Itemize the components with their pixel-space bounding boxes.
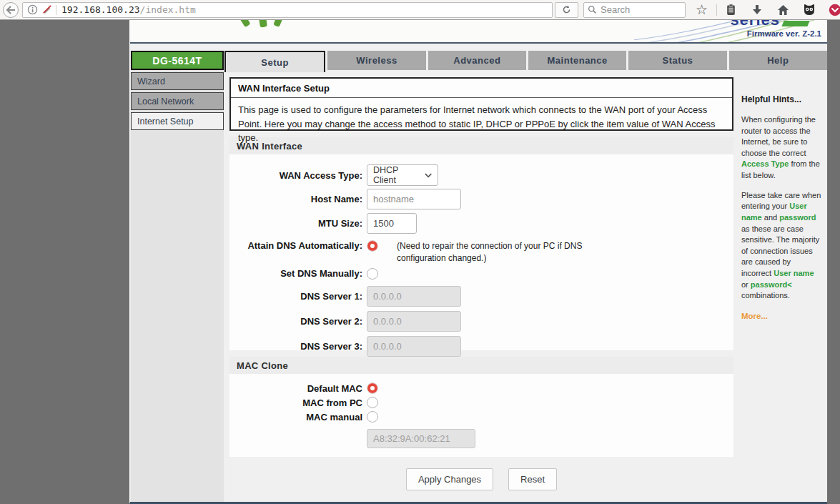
mac-from-pc-radio[interactable] xyxy=(367,397,378,408)
series-logo-text: series xyxy=(730,20,780,29)
bookmarks-list-button[interactable] xyxy=(725,4,737,16)
form-actions: Apply Changes Reset xyxy=(229,468,733,490)
helpful-hints-panel: Helpful Hints... When configuring the ro… xyxy=(737,70,824,322)
browser-toolbar: 192.168.100.23/index.htm ☆ xyxy=(0,0,840,20)
firmware-version: Firmware ver. Z-2.1 xyxy=(747,29,821,38)
default-mac-radio[interactable] xyxy=(367,382,378,394)
site-info-icon xyxy=(27,4,38,15)
access-type-term: Access Type xyxy=(741,159,789,168)
url-path: /index.htm xyxy=(140,4,196,15)
dns-server3-label: DNS Server 3: xyxy=(229,341,367,352)
dns-server1-label: DNS Server 1: xyxy=(229,291,367,302)
attain-dns-radio[interactable] xyxy=(367,240,378,252)
url-bar[interactable]: 192.168.100.23/index.htm xyxy=(22,2,553,18)
chevron-down-icon xyxy=(425,173,432,178)
mac-manual-input[interactable] xyxy=(367,429,475,448)
wan-interface-form: WAN Access Type: DHCP Client Host Name: … xyxy=(229,154,733,350)
toolbar-divider xyxy=(716,4,717,16)
wan-access-type-value: DHCP Client xyxy=(373,165,420,185)
reset-button[interactable]: Reset xyxy=(508,468,557,490)
series-logo-block xyxy=(781,21,809,26)
dns-server2-label: DNS Server 2: xyxy=(229,316,367,327)
download-arrow-icon xyxy=(751,4,763,16)
brand-logo-fragment-icon xyxy=(234,20,290,36)
clipboard-icon xyxy=(725,4,737,16)
bookmark-star-button[interactable]: ☆ xyxy=(696,3,708,16)
back-button[interactable] xyxy=(3,2,19,18)
tab-advanced[interactable]: Advanced xyxy=(428,51,526,70)
hints-paragraph-1: When configuring the router to access th… xyxy=(741,114,821,182)
home-icon xyxy=(777,4,789,16)
dns-server3-input[interactable] xyxy=(367,336,461,357)
host-name-input[interactable] xyxy=(367,189,461,209)
sidebar-item-internet-setup[interactable]: Internet Setup xyxy=(131,112,224,130)
owl-extension-button[interactable] xyxy=(803,4,816,16)
set-dns-radio[interactable] xyxy=(367,268,378,280)
more-link[interactable]: More... xyxy=(741,310,821,322)
default-mac-label: Default MAC xyxy=(229,383,367,394)
search-input[interactable] xyxy=(601,4,672,15)
dns-server2-input[interactable] xyxy=(367,311,461,332)
sidebar-item-wizard[interactable]: Wizard xyxy=(131,72,224,90)
user-name-term-2: User name xyxy=(774,269,814,277)
mtu-size-input[interactable] xyxy=(367,213,417,234)
sidebar-item-local-network[interactable]: Local Network xyxy=(131,92,224,110)
page-title: WAN Interface Setup xyxy=(231,79,732,98)
nav-tabs: Setup Wireless Advanced Maintenance Stat… xyxy=(224,51,827,70)
mac-manual-label: MAC manual xyxy=(229,412,367,423)
urlbar-divider xyxy=(56,5,56,15)
tab-wireless[interactable]: Wireless xyxy=(327,51,425,70)
pocket-extension-button[interactable] xyxy=(829,4,840,16)
host-name-label: Host Name: xyxy=(229,194,367,204)
mtu-size-label: MTU Size: xyxy=(229,218,367,229)
star-icon: ☆ xyxy=(696,3,708,16)
main-content: WAN Interface Setup This page is used to… xyxy=(229,77,733,490)
router-admin-page: series Firmware ver. Z-2.1 Setup Wireles… xyxy=(129,20,827,504)
wan-access-type-select[interactable]: DHCP Client xyxy=(367,164,438,186)
blocked-content-icon xyxy=(42,4,53,15)
mac-manual-radio[interactable] xyxy=(367,411,378,423)
device-model-button[interactable]: DG-5614T xyxy=(131,51,224,70)
hints-title: Helpful Hints... xyxy=(741,94,821,106)
hints-paragraph-2: Please take care when entering your User… xyxy=(741,190,821,302)
owl-icon xyxy=(803,4,816,16)
attain-dns-label: Attain DNS Automatically: xyxy=(229,240,367,251)
apply-changes-button[interactable]: Apply Changes xyxy=(406,468,493,490)
back-arrow-icon xyxy=(6,6,16,14)
set-dns-label: Set DNS Manually: xyxy=(229,268,367,279)
dns-note: (Need to repair the connection of your P… xyxy=(397,240,583,265)
wan-intro-box: WAN Interface Setup This page is used to… xyxy=(229,77,733,131)
tab-setup[interactable]: Setup xyxy=(224,51,325,72)
downloads-button[interactable] xyxy=(751,4,763,16)
home-button[interactable] xyxy=(777,4,789,16)
mac-from-pc-label: MAC from PC xyxy=(229,397,367,408)
mac-clone-form: Default MAC MAC from PC MAC manual xyxy=(229,374,733,457)
sidebar: DG-5614T Wizard Local Network Internet S… xyxy=(131,51,224,502)
wan-interface-section-header: WAN Interface xyxy=(229,137,733,154)
tab-maintenance[interactable]: Maintenance xyxy=(528,51,626,70)
tab-status[interactable]: Status xyxy=(628,51,726,70)
password-term-2: password< xyxy=(751,280,792,289)
reload-icon xyxy=(562,5,571,14)
pocket-icon xyxy=(829,4,840,16)
url-host: 192.168.100.23 xyxy=(61,4,140,15)
dns-server1-input[interactable] xyxy=(367,286,461,307)
search-box[interactable] xyxy=(583,2,686,18)
mac-clone-section-header: MAC Clone xyxy=(229,357,733,374)
reload-button[interactable] xyxy=(555,2,578,18)
wan-access-type-label: WAN Access Type: xyxy=(229,170,367,181)
search-icon xyxy=(588,5,597,14)
site-header-banner: series Firmware ver. Z-2.1 xyxy=(130,20,827,44)
password-term: password xyxy=(779,213,816,222)
brand-area: series Firmware ver. Z-2.1 xyxy=(634,20,827,44)
tab-help[interactable]: Help xyxy=(729,51,827,70)
